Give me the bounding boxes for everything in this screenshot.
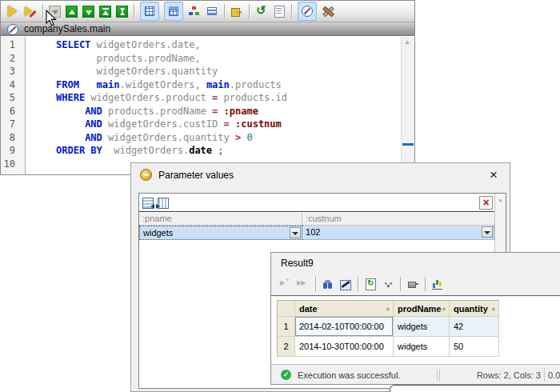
- success-check-icon: ✓: [281, 370, 291, 380]
- toolbar-separator: [400, 277, 401, 291]
- result-grid-area: date◆prodName◆quantity◆12014-02-10T00:00…: [271, 297, 560, 364]
- toolbar-separator: [425, 277, 426, 291]
- data-cell[interactable]: widgets: [394, 317, 450, 337]
- param-column-header: :pname: [139, 213, 302, 226]
- sql-editor-tab-title: companySales.main: [24, 23, 110, 34]
- grid-corner-cell: [278, 301, 295, 317]
- editor-scrollbar[interactable]: ▲: [401, 37, 414, 174]
- export-icon[interactable]: [230, 5, 243, 18]
- line-number: 1: [1, 38, 15, 52]
- run-icon[interactable]: [6, 5, 19, 18]
- param-value-cell[interactable]: widgets: [139, 226, 302, 240]
- nav-all-icon[interactable]: [116, 6, 128, 18]
- compass-icon: [6, 23, 18, 35]
- parameter-header-row: :pname:custnum: [139, 213, 494, 226]
- scrollbar-up-icon[interactable]: ▲: [498, 197, 503, 202]
- table-row[interactable]: 12014-02-10T00:00:00widgets42: [278, 317, 499, 337]
- compass-icon[interactable]: [301, 5, 314, 18]
- view-group-icon[interactable]: [188, 5, 201, 18]
- row-number-cell[interactable]: 2: [278, 337, 295, 357]
- data-cell[interactable]: 2014-02-10T00:00:00: [295, 317, 394, 337]
- column-header[interactable]: prodName◆: [394, 301, 450, 317]
- view-grid-icon[interactable]: [143, 5, 156, 18]
- line-number: 10: [1, 158, 15, 171]
- result-status-bar: ✓ Execution was successful. Rows: 2, Col…: [271, 364, 560, 384]
- status-rows-cols: Rows: 2, Cols: 3: [477, 370, 541, 380]
- expand-icon[interactable]: [382, 278, 394, 290]
- scrollbar-up-icon[interactable]: ▲: [404, 38, 410, 46]
- toolbar-separator: [42, 4, 43, 18]
- toolbar-separator: [315, 277, 316, 291]
- nav-up-icon[interactable]: [66, 6, 78, 18]
- background-tab-edge: [390, 385, 560, 392]
- code-line: widgetOrders.quantity: [56, 65, 401, 78]
- nav-top-icon[interactable]: [99, 6, 111, 18]
- sql-tools-icon[interactable]: [322, 5, 334, 18]
- sql-editor-tab-bar[interactable]: companySales.main: [1, 22, 414, 36]
- param-grid-right-icon[interactable]: [156, 196, 169, 210]
- code-line: AND widgetOrders.custID = :custnum: [56, 118, 401, 131]
- line-number: 9: [1, 144, 15, 158]
- chart-icon[interactable]: [431, 278, 444, 290]
- row-number-cell[interactable]: 1: [278, 317, 295, 337]
- view-rows-icon[interactable]: [206, 5, 218, 18]
- column-header[interactable]: date◆: [295, 301, 394, 317]
- code-line: WHERE widgetOrders.product = products.id: [56, 91, 401, 105]
- line-number: 2: [1, 52, 15, 66]
- status-separator: [437, 369, 438, 381]
- param-grid-left-icon[interactable]: [142, 196, 154, 210]
- line-number: 8: [1, 131, 15, 145]
- delete-values-icon[interactable]: ×: [479, 196, 493, 210]
- dropdown-arrow-icon[interactable]: [290, 227, 301, 238]
- toolbar-separator: [224, 4, 225, 18]
- edit-cell-icon[interactable]: [339, 278, 352, 290]
- nav-down-icon[interactable]: [82, 6, 94, 18]
- mouse-cursor: [46, 10, 58, 27]
- parameters-icon: [140, 169, 152, 181]
- step-plus-icon[interactable]: [279, 278, 292, 290]
- column-header-label: quantity: [454, 304, 488, 314]
- result-grid: date◆prodName◆quantity◆12014-02-10T00:00…: [277, 300, 499, 357]
- column-header-label: date: [299, 304, 318, 314]
- sort-icon[interactable]: ◆: [386, 306, 390, 311]
- show-options-icon[interactable]: [273, 5, 286, 18]
- run-edit-icon[interactable]: [24, 5, 37, 18]
- status-duration: 0.077: [548, 370, 560, 380]
- table-row[interactable]: 22014-10-30T00:00:00widgets50: [278, 337, 499, 357]
- code-line: FROM main.widgetOrders, main.products: [56, 78, 401, 92]
- sort-icon[interactable]: ◆: [442, 306, 446, 311]
- status-message: Execution was successful.: [298, 370, 400, 380]
- dialog-title: Parameter values: [158, 170, 234, 181]
- line-number: 5: [1, 91, 15, 105]
- sql-editor-window: companySales.main 12345678910 SELECT wid…: [0, 0, 415, 175]
- find-icon[interactable]: [322, 278, 334, 290]
- dropdown-arrow-icon[interactable]: [482, 226, 493, 238]
- column-header[interactable]: quantity◆: [450, 301, 499, 317]
- param-value-text: 102: [306, 227, 320, 237]
- data-cell[interactable]: 2014-10-30T00:00:00: [295, 337, 394, 357]
- sort-icon[interactable]: ◆: [491, 306, 495, 311]
- data-cell[interactable]: 50: [450, 337, 499, 357]
- view-form-icon[interactable]: [167, 5, 180, 18]
- result-toolbar: [271, 272, 560, 296]
- sql-code-area[interactable]: SELECT widgetOrders.date, products.prodN…: [26, 37, 401, 174]
- code-line: ORDER BY widgetOrders.date ;: [56, 144, 401, 158]
- result-window-title[interactable]: Result9: [271, 253, 560, 272]
- line-number: 3: [1, 65, 15, 78]
- scrollbar-position-marker: [402, 143, 414, 146]
- refresh-icon[interactable]: [364, 278, 377, 290]
- pin-icon[interactable]: [406, 278, 419, 290]
- sql-editor-body[interactable]: 12345678910 SELECT widgetOrders.date, pr…: [1, 37, 414, 174]
- data-cell[interactable]: widgets: [394, 337, 450, 357]
- data-cell[interactable]: 42: [450, 317, 499, 337]
- code-line: products.prodName,: [56, 52, 401, 66]
- step-double-icon[interactable]: [297, 278, 310, 290]
- code-line: AND widgetOrders.quantity > 0: [56, 131, 401, 145]
- param-value-cell[interactable]: 102: [302, 226, 494, 240]
- undo-icon[interactable]: [255, 5, 268, 18]
- line-number: 6: [1, 105, 15, 118]
- line-number: 4: [1, 78, 15, 92]
- result-window: Result9 date◆prodName◆quantity◆12014-02-…: [270, 252, 560, 385]
- toolbar-separator: [291, 4, 292, 18]
- close-icon[interactable]: ×: [485, 166, 502, 184]
